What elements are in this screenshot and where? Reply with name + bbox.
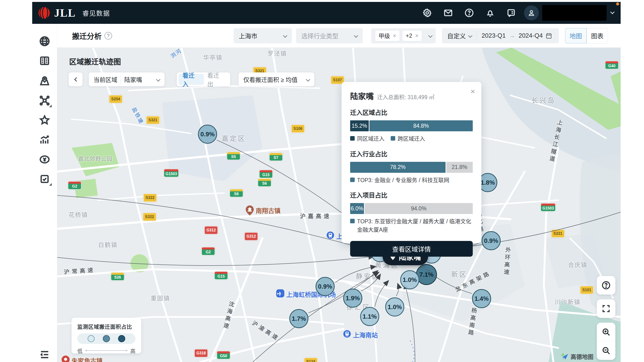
section-title: 迁入区域占比 <box>350 108 473 116</box>
view-region-details-button[interactable]: 查看区域详情 <box>350 241 473 257</box>
submenu-indicator <box>49 105 52 107</box>
legend-high: 高 <box>130 347 136 354</box>
legend-title: 监测区域搬迁面积占比 <box>77 323 136 330</box>
chevron-down-icon <box>354 33 358 38</box>
mail-icon[interactable] <box>438 2 459 23</box>
zoom-in-icon[interactable] <box>597 323 616 341</box>
region-detail-popup: × 陆家嘴 迁入总面积: 318,499 ㎡ 迁入区域占比 15.2%84.8%… <box>342 82 481 243</box>
migration-trajectories <box>57 48 621 362</box>
migration-bubble[interactable]: 1.4% <box>472 289 491 308</box>
settings-icon[interactable] <box>417 2 438 23</box>
calendar-icon <box>546 32 552 39</box>
grade-tag[interactable]: +2× <box>402 30 422 41</box>
brand-product: 睿见数据 <box>82 8 110 18</box>
period-start: 2023-Q1 <box>482 32 506 39</box>
brand-jll: JLL <box>54 7 76 19</box>
legend-item: 跨区域迁入 <box>391 135 425 143</box>
tab-map[interactable]: 地图 <box>565 28 586 43</box>
stacked-bar: 78.2%21.8% <box>350 162 473 173</box>
legend-item: 同区域迁入 <box>350 135 384 143</box>
toggle-move-in[interactable]: 看迁入 <box>179 74 204 85</box>
brand: JLL 睿见数据 <box>38 6 110 19</box>
avatar[interactable] <box>524 5 539 20</box>
bar-segment: 94.0% <box>365 203 473 214</box>
bar-segment: 15.2% <box>350 120 369 131</box>
sidebar-item-analytics[interactable] <box>37 132 52 147</box>
popup-title: 陆家嘴 <box>350 90 374 101</box>
divider <box>476 31 477 40</box>
bar-segment: 6.0% <box>350 203 364 214</box>
section-title: 迁入项目占比 <box>350 190 473 199</box>
fullscreen-icon[interactable] <box>597 299 616 318</box>
zoom-out-icon[interactable] <box>597 341 616 360</box>
legend-item: TOP3: 东亚银行金融大厦 / 越秀大厦 / 临港文化金融大厦A座 <box>350 217 473 234</box>
jll-logo-icon <box>38 6 51 19</box>
tag-close-icon[interactable]: × <box>415 32 418 39</box>
region-select[interactable]: 当前区域 陆家嘴 <box>89 72 164 86</box>
chevron-down-icon[interactable] <box>610 10 614 14</box>
sidebar-item-globe[interactable] <box>37 34 52 49</box>
recording-dot <box>616 2 619 5</box>
chevron-down-icon <box>306 77 310 81</box>
sidebar-item-currency[interactable] <box>37 152 52 167</box>
area-filter-select[interactable]: 仅看搬迁面积 ≥ 均值 <box>238 72 314 86</box>
period-select[interactable]: 自定义 2023-Q1 → 2024-Q4 <box>442 28 559 43</box>
legend-circle-low <box>88 335 95 342</box>
migration-bubble[interactable]: 1.1% <box>360 307 379 326</box>
view-toggle: 地图 图表 <box>565 28 608 43</box>
tab-chart[interactable]: 图表 <box>586 28 608 43</box>
sidebar-item-favorites[interactable] <box>37 112 52 128</box>
region-value: 陆家嘴 <box>124 75 142 84</box>
toggle-move-out[interactable]: 看迁出 <box>204 71 228 88</box>
legend-low: 低 <box>77 347 82 354</box>
legend-item: TOP3: 金融业 / 专业服务 / 科技互联网 <box>350 176 449 184</box>
city-select[interactable]: 上海市 <box>234 28 292 43</box>
migration-bubble[interactable]: 0.9% <box>198 125 217 144</box>
popup-subtitle: 迁入总面积: 318,499 ㎡ <box>377 93 434 101</box>
sidebar-item-network[interactable] <box>37 93 52 108</box>
sidebar-item-map-location[interactable] <box>37 73 52 89</box>
map-title: 区域搬迁轨迹图 <box>69 56 121 66</box>
chevron-down-icon <box>468 33 472 38</box>
bar-segment: 78.2% <box>350 162 446 173</box>
notifications-icon[interactable] <box>480 2 501 23</box>
feedback-icon[interactable] <box>501 2 522 23</box>
chevron-down-icon <box>428 33 432 38</box>
migration-bubble[interactable]: 1.0% <box>400 270 419 289</box>
bar-segment: 21.8% <box>446 162 473 173</box>
migration-bubble[interactable]: 0.9% <box>316 277 335 296</box>
region-label: 当前区域 <box>94 75 117 84</box>
map-canvas[interactable]: 嘉定区普陀区徐汇区静安区黄浦区新区长兴岛合庆镇川沙新镇华亭镇罗泾镇花桥镇白鹤镇重… <box>57 48 621 362</box>
close-icon[interactable]: × <box>470 87 475 95</box>
legend-circle-mid <box>103 335 110 342</box>
legend-gradient-line <box>85 350 128 351</box>
amap-logo-icon <box>560 353 569 361</box>
sidebar-collapse-icon[interactable] <box>37 347 52 362</box>
section-title: 迁入行业占比 <box>350 149 473 158</box>
tag-close-icon[interactable]: × <box>393 32 396 39</box>
chevron-down-icon <box>283 33 287 38</box>
back-button[interactable] <box>69 72 82 86</box>
migration-bubble[interactable]: 1.7% <box>289 309 308 328</box>
help-icon[interactable] <box>459 2 480 23</box>
bar-segment: 84.8% <box>370 120 473 131</box>
stacked-bar: 15.2%84.8% <box>350 120 473 131</box>
industry-select[interactable]: 选择行业类型 <box>296 28 363 43</box>
map-attribution: 高德地图 <box>560 352 594 361</box>
grade-select[interactable]: 甲级×+2× <box>371 28 436 43</box>
migration-bubble[interactable]: 7.1% <box>416 264 437 285</box>
migration-bubble[interactable]: 1.9% <box>343 289 362 308</box>
sidebar-item-buildings[interactable] <box>37 53 52 68</box>
grade-tag[interactable]: 甲级× <box>375 30 400 41</box>
title-help-icon[interactable]: ? <box>104 32 112 39</box>
chevron-down-icon <box>156 77 160 81</box>
popup-section: 迁入项目占比 6.0%94.0% TOP3: 东亚银行金融大厦 / 越秀大厦 /… <box>350 190 473 234</box>
migration-bubble[interactable]: 0.9% <box>482 231 501 250</box>
sidebar-item-tasks[interactable] <box>37 171 52 187</box>
popup-section: 迁入行业占比 78.2%21.8% TOP3: 金融业 / 专业服务 / 科技互… <box>350 149 473 184</box>
period-mode: 自定义 <box>447 31 466 40</box>
migration-bubble[interactable]: 1.0% <box>385 297 404 317</box>
map-help-button[interactable] <box>597 276 616 295</box>
legend-circle-high <box>118 335 125 342</box>
top-bar: JLL 睿见数据 <box>32 2 621 24</box>
